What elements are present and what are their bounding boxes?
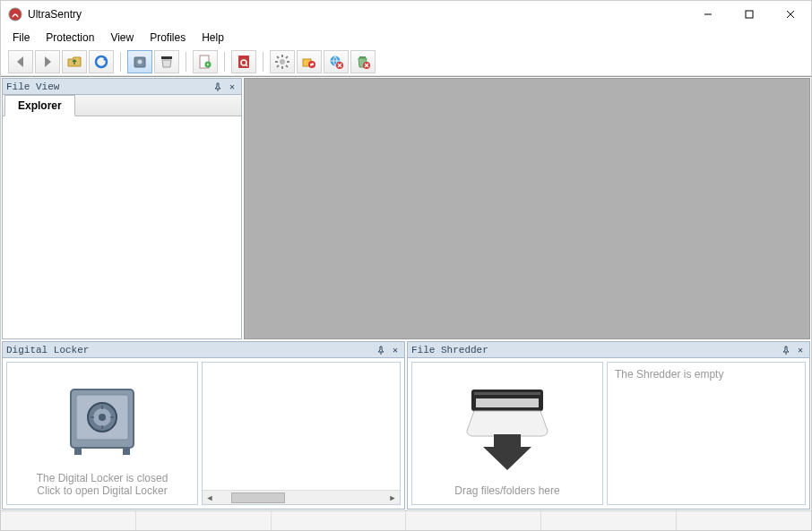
settings-button[interactable]: [270, 50, 295, 73]
maximize-button[interactable]: [729, 1, 770, 28]
svg-point-7: [138, 59, 143, 64]
panel-close-icon[interactable]: ✕: [388, 343, 402, 357]
nav-forward-button[interactable]: [35, 50, 60, 73]
scroll-right-icon[interactable]: ►: [385, 491, 400, 505]
folder-up-button[interactable]: [62, 50, 87, 73]
status-cell: [677, 511, 811, 530]
file-view-title: File View: [6, 81, 59, 92]
digital-locker-status-2: Click to open Digital Locker: [37, 484, 167, 497]
file-view-tabstrip: Explorer: [3, 95, 241, 116]
scroll-thumb[interactable]: [231, 492, 285, 503]
status-cell: [541, 511, 677, 530]
svg-rect-31: [359, 56, 366, 58]
svg-rect-2: [746, 11, 753, 18]
h-scrollbar[interactable]: ◄ ►: [203, 490, 400, 504]
file-view-header: File View ✕: [3, 79, 241, 95]
digital-locker-panel: Digital Locker ✕: [2, 341, 405, 510]
panel-close-icon[interactable]: ✕: [225, 80, 239, 94]
status-cell: [272, 511, 407, 530]
menubar: File Protection View Profiles Help: [1, 28, 811, 47]
menu-profiles[interactable]: Profiles: [142, 30, 194, 46]
svg-rect-8: [161, 56, 172, 59]
status-cell: [136, 511, 272, 530]
digital-locker-header: Digital Locker ✕: [3, 342, 404, 358]
file-view-panel: File View ✕ Explorer: [2, 78, 242, 339]
svg-rect-47: [474, 392, 540, 395]
shredder-icon: [458, 370, 557, 484]
window-title: UltraSentry: [28, 8, 82, 21]
locker-toggle-button[interactable]: [127, 50, 152, 73]
svg-rect-45: [123, 448, 130, 455]
svg-point-39: [99, 414, 106, 421]
shredder-drop-hint: Drag files/folders here: [454, 484, 559, 497]
statusbar: [1, 510, 811, 530]
shredder-dropzone[interactable]: Drag files/folders here: [411, 362, 603, 505]
svg-line-21: [286, 56, 288, 58]
digital-locker-content[interactable]: ◄ ►: [202, 362, 401, 505]
menu-help[interactable]: Help: [194, 30, 232, 46]
svg-point-14: [280, 59, 285, 64]
menu-file[interactable]: File: [4, 30, 38, 46]
close-button[interactable]: [770, 1, 811, 28]
svg-line-20: [286, 65, 288, 67]
svg-rect-48: [476, 398, 539, 407]
mdi-workspace: [244, 78, 810, 339]
shredder-empty-text: The Shredder is empty: [615, 368, 723, 381]
svg-rect-11: [238, 56, 249, 68]
file-shredder-header: File Shredder ✕: [408, 342, 809, 358]
clean-internet-button[interactable]: [324, 50, 349, 73]
shredder-list[interactable]: The Shredder is empty: [607, 362, 806, 505]
digital-locker-status-1: The Digital Locker is closed: [37, 472, 168, 484]
clean-recyclebin-button[interactable]: [350, 50, 376, 73]
menu-view[interactable]: View: [102, 30, 142, 46]
pin-icon[interactable]: [779, 343, 793, 357]
svg-line-19: [277, 56, 279, 58]
digital-locker-tile[interactable]: The Digital Locker is closed Click to op…: [6, 362, 198, 505]
safe-icon: [62, 370, 143, 472]
app-icon: [8, 7, 22, 21]
minimize-button[interactable]: [687, 1, 729, 28]
run-profile-button[interactable]: [193, 50, 218, 73]
nav-back-button[interactable]: [8, 50, 33, 73]
titlebar: UltraSentry: [1, 1, 811, 28]
toolbar: [1, 47, 811, 76]
shredder-toggle-button[interactable]: [154, 50, 179, 73]
menu-protection[interactable]: Protection: [38, 30, 102, 46]
file-shredder-title: File Shredder: [411, 345, 488, 355]
svg-line-22: [277, 65, 279, 67]
log-viewer-button[interactable]: [231, 50, 256, 73]
panel-close-icon[interactable]: ✕: [793, 343, 808, 357]
tab-explorer[interactable]: Explorer: [4, 95, 75, 116]
scroll-left-icon[interactable]: ◄: [203, 491, 217, 505]
clean-registry-button[interactable]: [297, 50, 322, 73]
refresh-button[interactable]: [89, 50, 114, 73]
file-view-body[interactable]: [3, 116, 241, 338]
pin-icon[interactable]: [374, 343, 388, 357]
status-cell: [406, 511, 541, 530]
pin-icon[interactable]: [211, 80, 225, 94]
svg-rect-44: [74, 448, 82, 455]
status-cell: [1, 511, 136, 530]
digital-locker-title: Digital Locker: [6, 345, 89, 355]
file-shredder-panel: File Shredder ✕ Drag files/folders he: [407, 341, 810, 510]
